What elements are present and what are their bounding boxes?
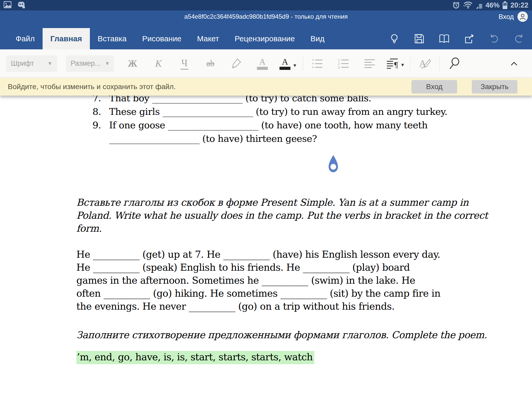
signal-icon [476,1,483,9]
share-icon[interactable] [464,34,474,44]
avatar[interactable] [517,11,528,22]
bold-button[interactable]: Ж [119,54,145,73]
tab-file[interactable]: Файл [8,28,43,49]
undo-icon[interactable] [489,34,499,44]
tab-view[interactable]: Вид [303,28,332,49]
text-cursor-handle[interactable] [327,155,340,174]
toolbar-separator [440,56,440,71]
document-title: a54e8f0c2c364f459adc980b1fd945d9 - тольк… [184,13,348,20]
wifi-icon [463,1,473,9]
read-mode-book-icon[interactable] [439,34,449,44]
android-status-bar: 46% 20:22 [0,0,532,10]
instruction-paragraph-1: Вставьте глаголы из скобок в форме Prese… [76,196,532,235]
strikethrough-button[interactable]: ab [197,54,223,73]
tab-layout[interactable]: Макет [189,28,227,49]
font-name-dropdown[interactable]: Шрифт ▼ [6,55,57,72]
ribbon-tab-row: Файл Главная Вставка Рисование Макет Рец… [0,23,532,49]
svg-text:2: 2 [338,62,340,66]
sign-in-link[interactable]: Вход [498,13,514,21]
chevron-down-icon: ▼ [292,63,297,70]
tab-insert[interactable]: Вставка [90,28,135,49]
search-icon[interactable] [441,54,467,73]
numbered-list-icon[interactable]: 123 [331,54,357,73]
document-canvas[interactable]: 7.That boy ____________________ (to try)… [0,96,532,399]
gallery-icon [4,1,11,10]
banner-sign-in-button[interactable]: Вход [411,80,457,94]
line-spacing-icon[interactable]: ¶ ▼ [383,54,409,73]
instruction-paragraph-2: Заполните стихотворение предложенными фо… [76,329,532,342]
list-item: 7.That boy ____________________ (to try)… [92,96,532,105]
word-bank-highlighted-text: ’m, end, go, have, is, is, start, starts… [76,351,314,364]
underline-button[interactable]: Ч [171,54,197,73]
banner-message: Войдите, чтобы изменить и сохранить этот… [8,83,176,91]
numbered-exercise-list: 7.That boy ____________________ (to try)… [0,96,532,145]
font-color-icon[interactable]: А ▼ [275,54,301,73]
banner-close-button[interactable]: Закрыть [472,80,517,94]
svg-text:¶: ¶ [394,61,398,69]
toolbar-separator [410,56,410,71]
text-highlight-color-icon[interactable]: А [249,54,275,73]
font-size-dropdown[interactable]: Размер... ▼ [66,55,114,72]
chevron-down-icon: ▼ [47,61,52,66]
chevron-down-icon: ▼ [105,61,110,66]
formatting-toolbar: Шрифт ▼ Размер... ▼ Ж К Ч ab А А ▼ 123 ¶… [0,49,532,78]
fill-in-exercise-paragraph: He __________ (get) up at 7. He ________… [76,248,532,313]
discord-icon [17,1,25,10]
toolbar-separator [303,56,303,71]
battery-icon [502,1,508,9]
redo-icon[interactable] [514,34,524,44]
tab-home[interactable]: Главная [43,28,90,49]
list-item: ____________________ (to have) thirteen … [92,132,532,145]
save-icon[interactable] [414,34,424,44]
word-bank-line: ’m, end, go, have, is, is, start, starts… [76,350,532,364]
tab-draw[interactable]: Рисование [134,28,189,49]
sign-in-banner: Войдите, чтобы изменить и сохранить этот… [0,78,532,96]
tab-review[interactable]: Рецензирование [227,28,303,49]
battery-percent: 46% [486,1,500,9]
bullet-list-icon[interactable] [305,54,331,73]
alarm-icon [452,1,460,9]
lightbulb-tellme-icon[interactable] [389,34,400,44]
italic-button[interactable]: К [145,54,171,73]
list-item: 9.If one goose ____________________ (to … [92,118,532,132]
svg-text:1: 1 [338,58,340,62]
list-item: 8.These girls ____________________ (to t… [92,105,532,118]
chevron-down-icon: ▼ [400,62,405,69]
svg-text:3: 3 [338,65,340,69]
styles-brush-icon[interactable]: A [412,54,438,73]
align-icon[interactable] [357,54,383,73]
clock-time: 20:22 [510,1,528,9]
highlighter-pen-icon[interactable] [223,54,249,73]
word-title-bar: a54e8f0c2c364f459adc980b1fd945d9 - тольк… [0,10,532,23]
collapse-ribbon-icon[interactable] [502,61,526,66]
